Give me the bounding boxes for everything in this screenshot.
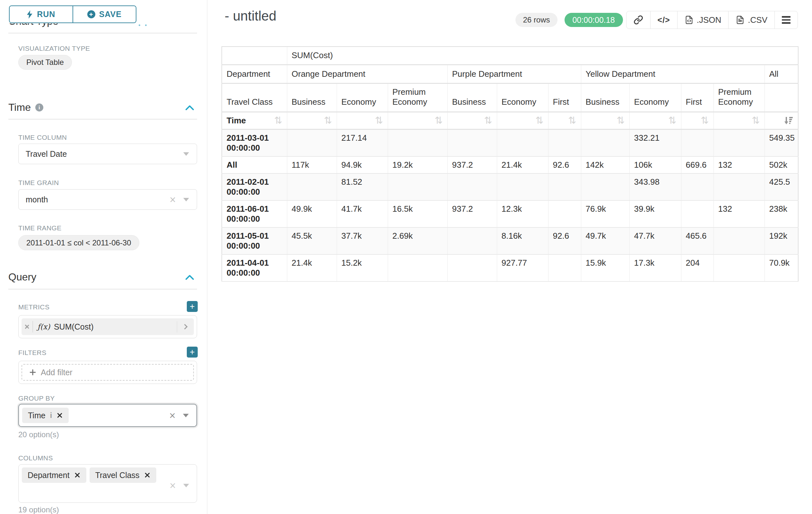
- pivot-cell: 8.16k: [497, 227, 548, 254]
- pivot-cell: 502k: [764, 157, 798, 173]
- columns-select[interactable]: Department Travel Class ×: [18, 464, 197, 503]
- pivot-cell: 94.9k: [337, 157, 388, 173]
- remove-chip-icon[interactable]: [144, 472, 150, 478]
- add-filter-plus-button[interactable]: +: [187, 347, 198, 357]
- pivot-table-container: SUM(Cost)DepartmentOrange DepartmentPurp…: [222, 46, 799, 282]
- pivot-cell: [388, 173, 447, 200]
- pivot-cell: [287, 129, 337, 157]
- save-button[interactable]: + SAVE: [73, 6, 136, 23]
- pivot-cell: 142k: [581, 157, 629, 173]
- pivot-cell: 937.2: [447, 157, 497, 173]
- pivot-cell: 17.3k: [629, 254, 681, 281]
- pivot-corner-cell: [222, 47, 287, 64]
- pivot-cell: [714, 227, 764, 254]
- pivot-header-row: SUM(Cost): [222, 47, 798, 64]
- sort-arrows-icon[interactable]: ⇅: [568, 116, 576, 125]
- pivot-cell: 37.7k: [337, 227, 388, 254]
- sort-desc-icon[interactable]: [784, 116, 793, 125]
- sort-arrows-icon[interactable]: ⇅: [435, 116, 443, 125]
- pivot-cell: 76.9k: [581, 200, 629, 227]
- viz-type-pill[interactable]: Pivot Table: [18, 55, 72, 70]
- pivot-cell: 204: [681, 254, 714, 281]
- columns-chip[interactable]: Travel Class: [90, 467, 156, 483]
- pivot-col-header: [764, 83, 798, 112]
- bolt-icon: [27, 10, 33, 19]
- sort-arrows-icon[interactable]: ⇅: [324, 116, 332, 125]
- pivot-cell: [714, 254, 764, 281]
- pivot-row-label: 2011-05-01 00:00:00: [222, 227, 287, 254]
- pivot-sort-header[interactable]: Time⇅: [222, 112, 287, 129]
- x-icon[interactable]: ×: [169, 411, 176, 420]
- pivot-sort-header[interactable]: ⇅: [548, 112, 581, 129]
- sort-arrows-icon[interactable]: ⇅: [668, 116, 676, 125]
- x-icon[interactable]: ×: [169, 195, 176, 204]
- file-code-icon: [685, 15, 694, 25]
- sort-arrows-icon[interactable]: ⇅: [535, 116, 543, 125]
- pivot-row-label: All: [222, 157, 287, 173]
- remove-chip-icon[interactable]: [57, 412, 63, 418]
- pivot-sort-row: Time⇅⇅⇅⇅⇅⇅⇅⇅⇅⇅⇅: [222, 112, 798, 129]
- time-section-collapse[interactable]: [185, 105, 194, 110]
- remove-chip-icon[interactable]: [74, 472, 81, 478]
- chart-title[interactable]: - untitled: [225, 8, 276, 38]
- sort-arrows-icon[interactable]: ⇅: [752, 116, 760, 125]
- columns-chip[interactable]: Department: [22, 467, 86, 483]
- pivot-cell: [681, 129, 714, 157]
- remove-metric-icon[interactable]: [22, 324, 32, 329]
- pivot-cell: 549.35: [764, 129, 798, 157]
- pivot-data-row: 2011-03-01 00:00:00217.14332.21549.35: [222, 129, 798, 157]
- query-section-collapse[interactable]: [185, 275, 194, 280]
- menu-button[interactable]: [775, 11, 798, 29]
- sort-arrows-icon[interactable]: ⇅: [375, 116, 383, 125]
- export-csv-button[interactable]: .CSV: [728, 11, 775, 29]
- pivot-sort-header[interactable]: ⇅: [287, 112, 337, 129]
- pivot-sort-header[interactable]: ⇅: [497, 112, 548, 129]
- add-filter-button[interactable]: Add filter: [22, 364, 194, 381]
- sort-arrows-icon[interactable]: ⇅: [616, 116, 625, 125]
- metric-chip[interactable]: ƒ(x) SUM(Cost): [22, 318, 194, 335]
- time-grain-select[interactable]: month ×: [18, 189, 197, 210]
- chevron-right-icon[interactable]: [182, 324, 188, 330]
- pivot-cell: [548, 200, 581, 227]
- pivot-sort-header[interactable]: ⇅: [447, 112, 497, 129]
- columns-label: COLUMNS: [18, 454, 53, 462]
- time-range-label: TIME RANGE: [18, 224, 62, 232]
- pivot-cell: [581, 129, 629, 157]
- pivot-sort-header[interactable]: ⇅: [337, 112, 388, 129]
- embed-code-button[interactable]: </>: [650, 11, 677, 29]
- export-csv-label: .CSV: [748, 15, 767, 25]
- run-button[interactable]: RUN: [10, 6, 73, 23]
- sort-arrows-icon[interactable]: ⇅: [274, 116, 282, 125]
- pivot-col-header: First: [681, 83, 714, 112]
- pivot-sort-header[interactable]: ⇅: [581, 112, 629, 129]
- pivot-cell: 16.5k: [388, 200, 447, 227]
- x-icon[interactable]: ×: [169, 481, 176, 490]
- columns-chip-label: Travel Class: [95, 470, 140, 480]
- pivot-sort-header[interactable]: ⇅: [681, 112, 714, 129]
- sort-arrows-icon[interactable]: ⇅: [484, 116, 492, 125]
- pivot-cell: 669.6: [681, 157, 714, 173]
- share-link-button[interactable]: [627, 11, 650, 29]
- pivot-cell: 45.5k: [287, 227, 337, 254]
- pivot-header-row: Travel ClassBusinessEconomyPremium Econo…: [222, 83, 798, 112]
- pivot-cell: 425.5: [764, 173, 798, 200]
- group-by-select[interactable]: Time i ×: [18, 404, 197, 427]
- pivot-sort-header[interactable]: [764, 112, 798, 129]
- time-range-pill[interactable]: 2011-01-01 ≤ col < 2011-06-30: [18, 235, 139, 250]
- export-json-button[interactable]: .JSON: [677, 11, 729, 29]
- add-metric-button[interactable]: +: [187, 301, 198, 312]
- time-column-select[interactable]: Travel Date: [18, 143, 197, 164]
- pivot-cell: 15.9k: [581, 254, 629, 281]
- sort-arrows-icon[interactable]: ⇅: [701, 116, 709, 125]
- pivot-sort-header[interactable]: ⇅: [388, 112, 447, 129]
- metric-chip-label: SUM(Cost): [54, 322, 94, 331]
- group-by-chip[interactable]: Time i: [22, 408, 69, 423]
- pivot-sort-header[interactable]: ⇅: [714, 112, 764, 129]
- pivot-sort-header[interactable]: ⇅: [629, 112, 681, 129]
- info-icon: i: [50, 411, 52, 420]
- chevron-up-icon: [185, 105, 194, 110]
- pivot-cell: [497, 173, 548, 200]
- time-column-value: Travel Date: [19, 150, 67, 159]
- pivot-cell: 132: [714, 200, 764, 227]
- pivot-row-label: 2011-03-01 00:00:00: [222, 129, 287, 157]
